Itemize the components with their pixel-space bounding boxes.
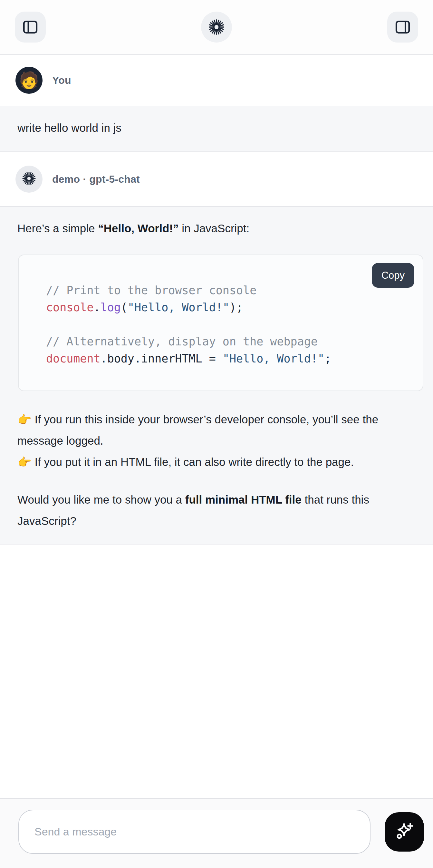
assistant-tips-paragraph: 👉 If you run this inside your browser’s … bbox=[18, 409, 415, 473]
assistant-sender-row: demo · gpt-5-chat bbox=[0, 152, 433, 206]
assistant-intro-paragraph: Here’s a simple “Hello, World!” in JavaS… bbox=[18, 218, 415, 239]
message-input[interactable] bbox=[18, 810, 371, 854]
user-message-text: write hello world in js bbox=[18, 118, 415, 138]
assistant-sender-name: demo · gpt-5-chat bbox=[52, 173, 140, 185]
assistant-closing-paragraph: Would you like me to show you a full min… bbox=[18, 489, 415, 532]
assistant-avatar bbox=[16, 165, 42, 193]
empty-scroll-area bbox=[0, 545, 433, 798]
user-avatar: 🧑 bbox=[16, 67, 42, 94]
user-sender-name: You bbox=[52, 74, 71, 86]
top-bar bbox=[0, 0, 433, 55]
copy-code-button[interactable]: Copy bbox=[372, 263, 414, 288]
sidebar-toggle-button[interactable] bbox=[15, 11, 46, 42]
person-emoji: 🧑 bbox=[19, 72, 39, 88]
composer-bar bbox=[0, 798, 433, 868]
code-content: // Print to the browser consoleconsole.l… bbox=[19, 255, 423, 391]
panel-right-icon bbox=[394, 19, 411, 36]
send-button[interactable] bbox=[385, 812, 424, 851]
burst-logo-icon bbox=[21, 171, 37, 188]
sparkles-icon bbox=[394, 820, 415, 843]
right-panel-toggle-button[interactable] bbox=[387, 11, 418, 42]
panel-left-icon bbox=[22, 19, 39, 36]
user-sender-row: 🧑 You bbox=[0, 55, 433, 106]
user-message-band: write hello world in js bbox=[0, 106, 433, 152]
burst-logo-icon bbox=[208, 18, 225, 36]
assistant-message-band: Here’s a simple “Hello, World!” in JavaS… bbox=[0, 206, 433, 545]
code-block: Copy // Print to the browser consolecons… bbox=[18, 254, 423, 391]
app-logo-button[interactable] bbox=[201, 11, 232, 42]
